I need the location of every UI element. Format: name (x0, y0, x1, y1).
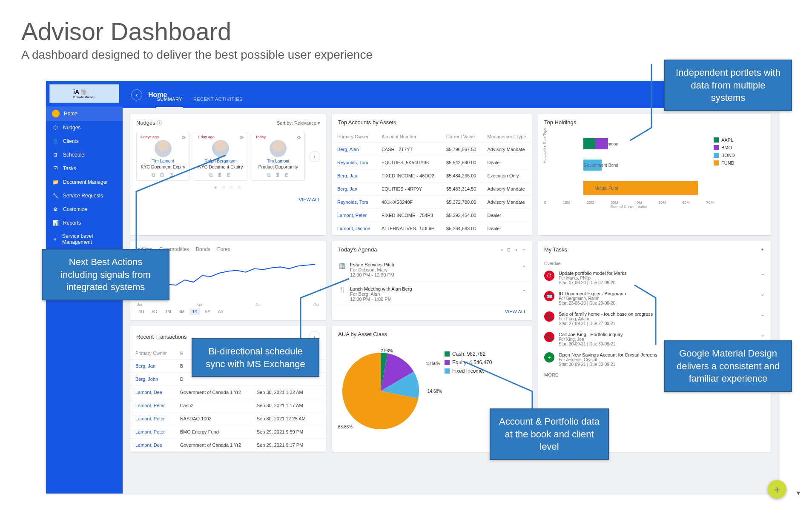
legend-item: Cash: 982,782 (445, 351, 492, 357)
chevron-down-icon[interactable]: ⌄ (522, 262, 526, 277)
aua-pie-chart: 2.93% 13.56% 14.68% 68.83% (338, 348, 436, 434)
range-5d[interactable]: 5D (149, 308, 160, 315)
nudges-pager[interactable]: ● ○ ○ ○ (136, 184, 320, 190)
task-status-icon: ⏱ (544, 271, 554, 281)
avatar (270, 140, 287, 157)
agenda-type-icon: 🍴 (338, 286, 346, 302)
transactions-title: Recent Transactions (136, 334, 187, 340)
agenda-prev-icon[interactable]: ‹ (501, 247, 503, 252)
sidebar-item-nudges[interactable]: ⬡Nudges (46, 121, 123, 134)
table-row[interactable]: Lamont, DeeGovernment of Canada 1 Yr2Sep… (130, 439, 326, 452)
logo-text: iA (73, 88, 79, 95)
nudge-card[interactable]: Today⟳Tim LamontProduct Opportunity⧉🗓🗎 (252, 132, 305, 181)
table-row[interactable]: Lamont, PeterBMO Energy FundSep 29, 2021… (130, 425, 326, 439)
nudges-icon: ⬡ (52, 124, 59, 131)
tab-summary[interactable]: SUMMARY (156, 92, 183, 108)
chevron-down-icon[interactable]: ⌄ (760, 271, 765, 277)
sidebar-item-clients[interactable]: 👤Clients (46, 134, 123, 148)
calendar-icon[interactable]: 🗓 (217, 172, 222, 178)
logo-subtext: Private Wealth (73, 95, 95, 99)
info-icon[interactable]: ⓘ (157, 120, 162, 126)
range-1d[interactable]: 1D (136, 308, 147, 315)
avatar (155, 140, 172, 157)
accounts-card: Top Accounts by Assets Primary OwnerAcco… (332, 114, 532, 235)
agenda-viewall[interactable]: VIEW ALL (332, 306, 532, 318)
refresh-icon[interactable]: ⟳ (182, 135, 186, 140)
copy-icon[interactable]: ⧉ (152, 172, 155, 178)
fab-menu-icon[interactable]: ▾ (797, 489, 800, 497)
holdings-bar-chart: Common Government Bond Mutual Fund (544, 135, 714, 199)
task-item[interactable]: ⏱Update portfolio model for MarksFor Mar… (538, 268, 771, 288)
gear-icon: ⚙ (52, 206, 59, 213)
sidebar-item-tasks[interactable]: ☑Tasks (46, 162, 123, 175)
nudges-viewall[interactable]: VIEW ALL (130, 194, 326, 206)
tasks-add-icon[interactable]: ＋ (760, 246, 765, 253)
market-tab-bonds[interactable]: Bonds (196, 246, 210, 256)
range-1y[interactable]: 1Y (189, 308, 200, 315)
refresh-icon[interactable]: ⟳ (297, 135, 301, 140)
doc-icon[interactable]: 🗎 (284, 172, 290, 178)
tab-recent-activities[interactable]: RECENT ACTIVITIES (192, 92, 244, 108)
nudges-next-button[interactable]: › (309, 151, 320, 162)
back-button[interactable]: ‹ (131, 89, 142, 100)
market-tab-forex[interactable]: Forex (217, 246, 230, 256)
range-3m[interactable]: 3M (176, 308, 187, 315)
task-status-icon: ＋ (544, 352, 554, 362)
nudge-card[interactable]: 3 days ago⟳Tim LamontKYC Document Expiry… (136, 132, 189, 181)
task-item[interactable]: 🪪ID Document Expiry - BergmannFor Bergma… (538, 288, 771, 308)
table-row[interactable]: Lamont, PeterCash2Sep 30, 2021 1:17 AM (130, 399, 326, 412)
nudges-card: Nudges ⓘ Sort by: Relevance ▾ 3 days ago… (130, 114, 326, 235)
agenda-item[interactable]: 🏢Estate Services PitchFor Dobson, Mary12… (332, 258, 532, 282)
calendar-icon[interactable]: 🗓 (160, 172, 165, 178)
table-row[interactable]: Reynolds, Tom401k-XS3240F$5,372,700.00Ad… (332, 196, 532, 209)
copy-icon[interactable]: ⧉ (209, 172, 213, 178)
callout-nba: Next Best Actions including signals from… (42, 249, 169, 300)
nudges-sort[interactable]: Sort by: Relevance ▾ (277, 120, 320, 126)
fab-add-button[interactable]: ＋ (768, 480, 786, 499)
slide-title: Advisor Dashboard (21, 17, 791, 46)
table-row[interactable]: Lamont, DionneALTERNATIVES - U0L9H$5,264… (332, 222, 532, 235)
nav-label: Clients (63, 138, 79, 144)
nav-label: Tasks (63, 166, 76, 171)
table-row[interactable]: Berg, JanEQUITIES - 4RT9Y$5,483,314.50Ad… (332, 183, 532, 196)
table-row[interactable]: Lamont, PeterNASDAQ 1002Sep 30, 2021 12:… (130, 412, 326, 425)
table-row[interactable]: Berg, JanFIXED INCOME - 46DO2$5,484,236.… (332, 169, 532, 183)
agenda-card: Today's Agenda ‹ 🗓 › ＋ 🏢Estate Services … (332, 241, 532, 320)
table-row[interactable]: Reynolds, TomEQUITIES_5K54GY36$5,542,590… (332, 156, 532, 169)
range-all[interactable]: All (215, 308, 225, 315)
sidebar-item-service-requests[interactable]: 🔧Service Requests (46, 189, 123, 203)
table-row[interactable]: Lamont, DeeGovernment of Canada 1 Yr2Sep… (130, 386, 326, 399)
agenda-add-icon[interactable]: ＋ (522, 246, 526, 253)
calendar-icon[interactable]: 🗓 (507, 247, 511, 252)
doc-icon[interactable]: 🗎 (169, 172, 174, 178)
tasks-overdue-label: Overdue (538, 260, 771, 268)
chevron-down-icon[interactable]: ⌄ (522, 286, 526, 302)
task-item[interactable]: 📞Sale of family home - touch base on pro… (538, 308, 771, 329)
sidebar-item-reports[interactable]: 📊Reports (46, 216, 123, 230)
range-5y[interactable]: 5Y (203, 308, 213, 315)
sidebar-item-service-level-management[interactable]: ≡Service Level Management (46, 230, 123, 248)
agenda-next-icon[interactable]: › (516, 247, 517, 252)
agenda-title: Today's Agenda (338, 246, 377, 253)
table-row[interactable]: Berg, AlanCASH - 2T7YT$5,796,567.50Advis… (332, 143, 532, 156)
chevron-down-icon[interactable]: ⌄ (760, 291, 765, 297)
chevron-down-icon[interactable]: ⌄ (760, 311, 765, 317)
legend-item: Fixed Income: (445, 368, 492, 374)
refresh-icon[interactable]: ⟳ (240, 135, 244, 140)
workspace: ‹ Home SUMMARYRECENT ACTIVITIES Nudges ⓘ… (123, 81, 778, 494)
sidebar-item-document-manager[interactable]: 📁Document Manager (46, 175, 123, 189)
sidebar-item-customize[interactable]: ⚙Customize (46, 203, 123, 216)
chevron-down-icon[interactable]: ⌄ (760, 332, 765, 338)
wrench-icon: 🔧 (52, 192, 59, 199)
range-1m[interactable]: 1M (163, 308, 174, 315)
agenda-item[interactable]: 🍴Lunch Meeting with Alan BergFor Berg, A… (332, 282, 532, 306)
doc-icon[interactable]: 🗎 (227, 172, 232, 178)
table-row[interactable]: Lamont, PeterFIXED INCOME - 754RJ$5,292,… (332, 209, 532, 222)
nudge-card[interactable]: 1 day ago⟳Ralph BergmannKYC Document Exp… (194, 132, 247, 181)
copy-icon[interactable]: ⧉ (267, 172, 271, 178)
slm-icon: ≡ (52, 236, 58, 243)
nudges-title: Nudges (136, 120, 155, 126)
sidebar-item-schedule[interactable]: 🗓Schedule (46, 148, 123, 162)
calendar-icon[interactable]: 🗓 (275, 172, 280, 178)
sidebar-item-home[interactable]: Home (46, 106, 123, 121)
